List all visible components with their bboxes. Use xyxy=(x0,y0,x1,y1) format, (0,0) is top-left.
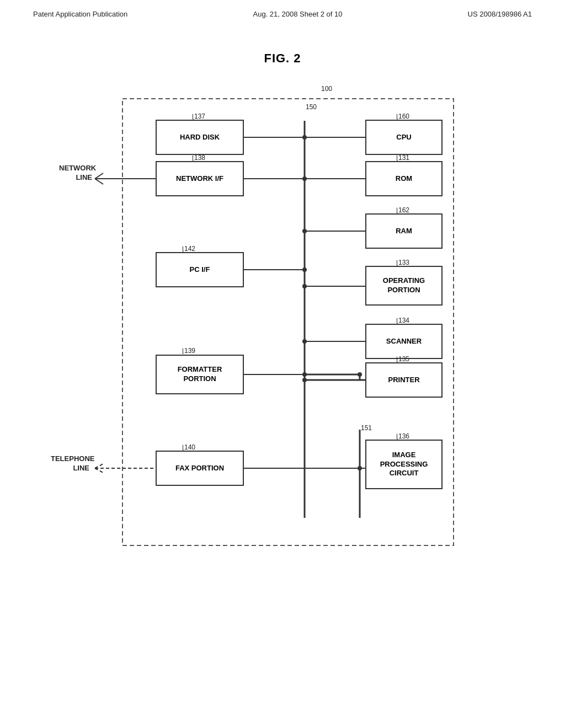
svg-point-14 xyxy=(302,372,307,377)
page-header: Patent Application Publication Aug. 21, … xyxy=(0,0,565,18)
fax-box: FAX PORTION xyxy=(156,451,244,486)
cpu-box: CPU xyxy=(365,120,443,155)
diagram-area: 100 150 151 HARD DISK ⌊137 NETWORK I/F ⌊… xyxy=(89,82,476,562)
svg-point-12 xyxy=(302,267,307,272)
svg-point-4 xyxy=(302,135,307,140)
header-left: Patent Application Publication xyxy=(33,10,127,18)
system-ref-label: 100 xyxy=(321,85,332,93)
network-line-label: NETWORK LINE xyxy=(59,164,92,183)
svg-point-16 xyxy=(358,466,362,470)
scanner-ref: ⌊134 xyxy=(396,317,409,324)
svg-point-30 xyxy=(302,378,307,382)
scanner-box: SCANNER xyxy=(365,324,443,359)
svg-line-10 xyxy=(95,179,103,184)
svg-point-24 xyxy=(302,229,307,233)
image-processing-ref: ⌊136 xyxy=(396,432,409,440)
svg-line-9 xyxy=(95,173,103,179)
formatter-ref: ⌊139 xyxy=(182,347,195,355)
pc-if-ref: ⌊142 xyxy=(182,245,195,253)
figure-title: FIG. 2 xyxy=(0,51,565,66)
formatter-box: FORMATTER PORTION xyxy=(156,355,244,394)
printer-ref: ⌊135 xyxy=(396,355,409,363)
bus-label-150: 150 xyxy=(306,103,317,111)
network-if-ref: ⌊138 xyxy=(192,154,205,162)
image-processing-box: IMAGE PROCESSING CIRCUIT xyxy=(365,440,443,489)
hard-disk-box: HARD DISK xyxy=(156,120,244,155)
svg-point-6 xyxy=(302,176,307,181)
svg-point-26 xyxy=(302,284,307,288)
printer-box: PRINTER xyxy=(365,362,443,398)
bus-label-151: 151 xyxy=(361,424,372,432)
operating-ref: ⌊133 xyxy=(396,259,409,266)
ram-box: RAM xyxy=(365,213,443,249)
svg-point-28 xyxy=(302,339,307,344)
cpu-ref: ⌊160 xyxy=(396,113,409,120)
operating-box: OPERATING PORTION xyxy=(365,266,443,306)
svg-point-33 xyxy=(358,372,362,377)
header-middle: Aug. 21, 2008 Sheet 2 of 10 xyxy=(253,10,342,18)
rom-ref: ⌊131 xyxy=(396,154,409,162)
svg-line-18 xyxy=(95,464,103,468)
pc-if-box: PC I/F xyxy=(156,252,244,287)
hard-disk-ref: ⌊137 xyxy=(192,113,205,120)
network-if-box: NETWORK I/F xyxy=(156,161,244,196)
header-right: US 2008/198986 A1 xyxy=(468,10,532,18)
telephone-line-label: TELEPHONE LINE xyxy=(51,454,89,473)
ram-ref: ⌊162 xyxy=(396,206,409,214)
rom-box: ROM xyxy=(365,161,443,196)
fax-ref: ⌊140 xyxy=(182,443,195,451)
svg-line-19 xyxy=(95,468,103,473)
